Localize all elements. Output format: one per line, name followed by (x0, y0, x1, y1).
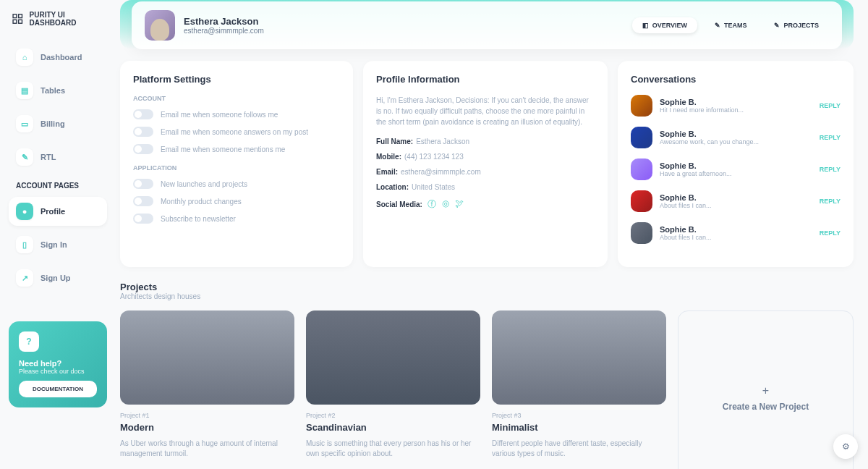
sidebar-item-billing[interactable]: ▭ Billing (9, 109, 107, 138)
profile-name: Esthera Jackson (184, 16, 264, 27)
create-project-label: Create a New Project (723, 402, 809, 412)
toggle-label: Subscribe to newsletter (161, 215, 236, 223)
project-card: Project #1 Modern As Uber works through … (120, 310, 294, 469)
tab-teams[interactable]: ✎ TEAMS (705, 17, 757, 33)
sidebar-item-label: Sign In (41, 240, 67, 249)
toggle-monthly[interactable] (133, 196, 153, 206)
toggle-newsletter[interactable] (133, 214, 153, 224)
tab-label: PROJECTS (783, 22, 819, 29)
wrench-icon: ✎ (16, 148, 33, 166)
reply-button[interactable]: REPLY (820, 134, 841, 141)
brand-logo: PURITY UI DASHBOARD (9, 11, 107, 27)
project-desc: Different people have different taste, e… (492, 439, 666, 459)
info-key: Email: (376, 168, 398, 176)
sidebar-item-label: Sign Up (41, 274, 71, 282)
svg-rect-1 (19, 14, 22, 18)
tab-overview[interactable]: ◧ OVERVIEW (632, 17, 697, 33)
conv-msg: Awesome work, can you change... (660, 138, 812, 145)
project-card: Project #3 Minimalist Different people h… (492, 310, 666, 469)
info-value: Esthera Jackson (416, 138, 469, 145)
wrench-icon: ✎ (774, 22, 780, 29)
sidebar-item-signin[interactable]: ▯ Sign In (9, 230, 107, 259)
svg-rect-3 (19, 20, 22, 23)
help-title: Need help? (19, 359, 97, 368)
toggle-answers[interactable] (133, 127, 153, 137)
card-icon: ▭ (16, 115, 33, 132)
tool-icon: ✎ (715, 22, 720, 29)
sidebar-item-dashboard[interactable]: ⌂ Dashboard (9, 43, 107, 72)
info-key: Mobile: (376, 153, 401, 161)
sidebar-item-label: RTL (41, 153, 56, 161)
conv-name: Sophie B. (660, 130, 812, 138)
conv-msg: About files I can... (660, 202, 812, 209)
sidebar-item-tables[interactable]: ▤ Tables (9, 76, 107, 105)
reply-button[interactable]: REPLY (820, 166, 841, 173)
card-title: Conversations (631, 74, 841, 85)
profile-email: esthera@simmmple.com (184, 27, 264, 35)
sidebar-item-label: Billing (41, 119, 65, 128)
toggle-label: Email me when someone mentions me (161, 145, 285, 153)
avatar (631, 127, 652, 148)
help-card: ? Need help? Please check our docs DOCUM… (9, 321, 107, 407)
cube-icon: ◧ (642, 22, 649, 29)
project-desc: As Uber works through a huge amount of i… (120, 439, 294, 459)
conv-msg: Have a great afternoon... (660, 170, 812, 177)
sidebar-item-signup[interactable]: ↗ Sign Up (9, 263, 107, 292)
avatar (631, 190, 652, 212)
instagram-icon[interactable]: ◎ (442, 198, 449, 211)
project-number: Project #2 (306, 412, 480, 419)
account-subtitle: ACCOUNT (133, 95, 340, 102)
toggle-label: Email me when someone follows me (161, 111, 278, 119)
tab-projects[interactable]: ✎ PROJECTS (764, 17, 829, 33)
toggle-label: New launches and projects (161, 180, 247, 188)
projects-subtitle: Architects design houses (120, 292, 854, 300)
info-value: United States (412, 183, 455, 191)
info-value: esthera@simmmple.com (401, 168, 481, 176)
svg-rect-0 (13, 14, 17, 18)
sidebar-item-profile[interactable]: ● Profile (9, 197, 107, 226)
facebook-icon[interactable]: ⓕ (427, 198, 436, 211)
profile-bio: Hi, I'm Esthera Jackson, Decisions: If y… (376, 95, 595, 127)
platform-settings-card: Platform Settings ACCOUNT Email me when … (120, 61, 353, 267)
sidebar-item-label: Tables (41, 86, 65, 95)
create-project-button[interactable]: + Create a New Project (678, 310, 854, 469)
gear-icon: ⚙ (842, 441, 850, 452)
home-icon: ⌂ (16, 48, 33, 66)
settings-fab[interactable]: ⚙ (833, 434, 858, 459)
card-title: Profile Information (376, 74, 595, 85)
project-number: Project #1 (120, 412, 294, 419)
reply-button[interactable]: REPLY (820, 198, 841, 205)
application-subtitle: APPLICATION (133, 164, 340, 172)
conv-msg: About files I can... (660, 234, 812, 241)
avatar (631, 222, 652, 244)
stats-icon: ▤ (16, 82, 33, 99)
project-title: Minimalist (492, 422, 666, 433)
reply-button[interactable]: REPLY (820, 229, 841, 237)
person-icon: ● (16, 203, 33, 220)
documentation-button[interactable]: DOCUMENTATION (19, 381, 97, 397)
twitter-icon[interactable]: 🕊 (455, 198, 464, 211)
profile-header: Esthera Jackson esthera@simmmple.com ◧ O… (132, 1, 842, 49)
conv-msg: Hi! I need more information... (660, 106, 812, 114)
avatar (631, 159, 652, 180)
rocket-icon: ↗ (16, 269, 33, 287)
info-key: Full Name: (376, 138, 413, 145)
projects-title: Projects (120, 282, 854, 292)
project-card: Project #2 Scandinavian Music is somethi… (306, 310, 480, 469)
avatar (631, 95, 652, 117)
sidebar-item-rtl[interactable]: ✎ RTL (9, 143, 107, 172)
info-key: Location: (376, 183, 409, 191)
card-title: Platform Settings (133, 74, 340, 85)
reply-button[interactable]: REPLY (820, 102, 841, 109)
document-icon: ▯ (16, 236, 33, 253)
project-desc: Music is something that every person has… (306, 439, 480, 459)
logo-icon (12, 12, 24, 25)
sidebar-item-label: Dashboard (41, 53, 82, 62)
profile-info-card: Profile Information Hi, I'm Esthera Jack… (363, 61, 608, 267)
toggle-mentions[interactable] (133, 144, 153, 154)
toggle-label: Monthly product changes (161, 198, 242, 206)
project-image (120, 310, 294, 405)
toggle-launches[interactable] (133, 179, 153, 189)
toggle-follows[interactable] (133, 109, 153, 119)
profile-avatar (145, 10, 175, 41)
